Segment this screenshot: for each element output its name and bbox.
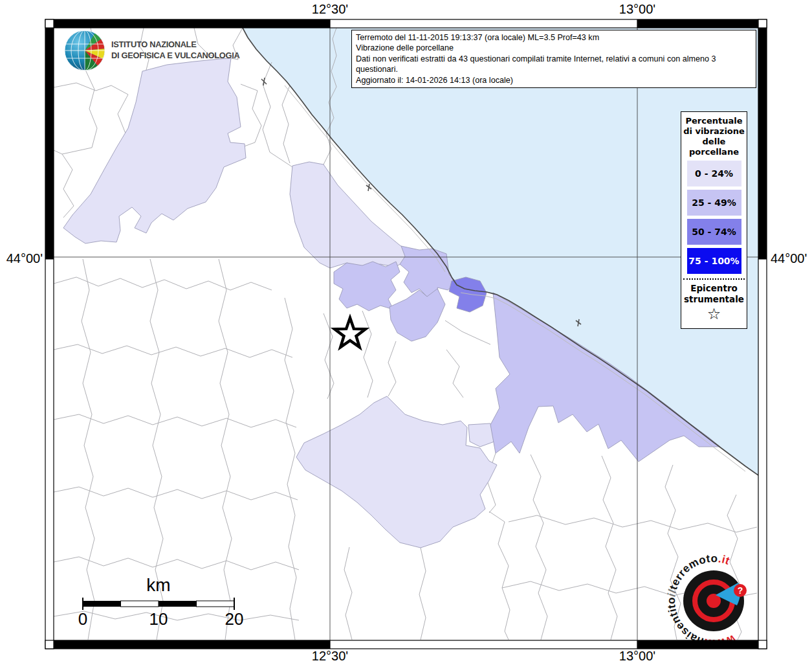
map-canvas: ? www.haisentitoilterremoto.it (0, 0, 812, 663)
info-line-event: Terremoto del 11-11-2015 19:13:37 (ora l… (356, 32, 752, 43)
legend-box: Percentuale di vibrazione delle porcella… (681, 111, 747, 329)
legend-divider (683, 278, 745, 280)
axis-label-bottom-right: 13°00' (619, 649, 655, 663)
axis-label-left: 44°00' (1, 251, 43, 266)
scale-tick-0: 0 (78, 609, 87, 629)
scale-tick-20: 20 (225, 609, 244, 629)
scale-tick-10: 10 (149, 609, 168, 629)
legend-swatch-0-24: 0 - 24% (687, 161, 741, 186)
ingv-wordmark: ISTITUTO NAZIONALE DI GEOFISICA E VULCAN… (111, 39, 239, 61)
legend-title: Percentuale di vibrazione delle porcella… (681, 116, 747, 157)
ingv-line1: ISTITUTO NAZIONALE (111, 39, 239, 50)
axis-label-top-left: 12°30' (312, 2, 348, 17)
legend-swatch-25-49: 25 - 49% (687, 190, 741, 216)
question-mark: ? (738, 585, 743, 596)
legend-epicenter-label: Epicentro strumentale (681, 283, 747, 305)
legend-star-icon: ☆ (681, 305, 747, 323)
legend-swatch-50-74: 50 - 74% (687, 219, 741, 245)
info-line-data-note: Dati non verificati estratti da 43 quest… (356, 54, 752, 75)
axis-label-bottom-left: 12°30' (312, 649, 348, 663)
ingv-globe-logo (65, 30, 105, 71)
axis-label-right: 44°00' (771, 251, 807, 266)
legend-swatch-75-100: 75 - 100% (687, 248, 741, 274)
earthquake-info-box: Terremoto del 11-11-2015 19:13:37 (ora l… (351, 30, 756, 88)
municipality-25-49 (334, 262, 400, 311)
ingv-felt-map-screenshot: ? www.haisentitoilterremoto.it 12°30' 13… (0, 0, 812, 663)
info-line-question: Vibrazione delle porcellane (356, 43, 752, 53)
scale-unit-label: km (146, 575, 170, 596)
axis-label-top-right: 13°00' (619, 2, 655, 17)
ingv-line2: DI GEOFISICA E VULCANOLOGIA (111, 50, 239, 61)
info-line-updated: Aggiornato il: 14-01-2026 14:13 (ora loc… (356, 75, 752, 85)
